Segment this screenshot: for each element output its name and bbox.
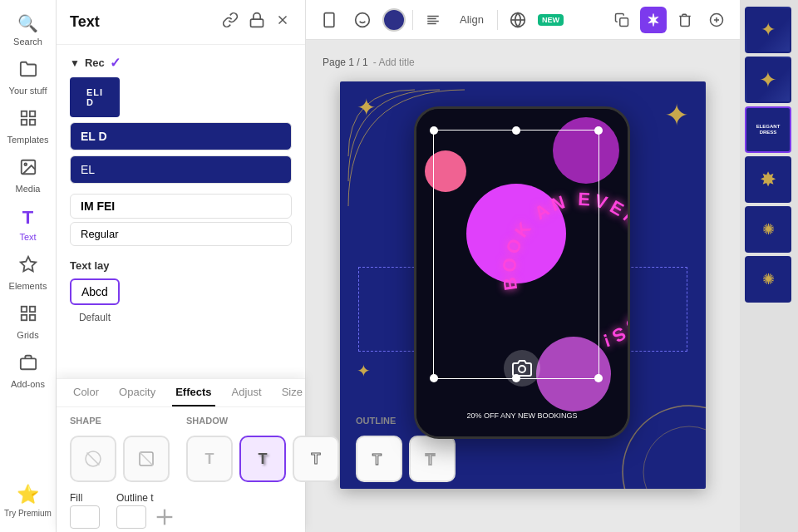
shape-alt-icon xyxy=(123,436,170,482)
sidebar-label-your-stuff: Your stuff xyxy=(9,86,47,96)
lock-icon-btn[interactable] xyxy=(247,10,267,34)
svg-rect-0 xyxy=(21,111,26,116)
outline-color-box[interactable] xyxy=(116,505,146,529)
sidebar-item-elements[interactable]: Elements xyxy=(0,249,57,298)
copy-btn[interactable] xyxy=(608,7,635,33)
shape-alt-option[interactable] xyxy=(123,436,170,482)
delete-btn[interactable] xyxy=(672,7,698,33)
shape-none-option[interactable] xyxy=(70,436,116,482)
page-number: Page 1 / 1 xyxy=(323,57,368,68)
logo-preview-1[interactable]: ELID xyxy=(70,77,120,117)
thumb-burst-icon: ✸ xyxy=(760,168,776,191)
text-panel-header: Text xyxy=(57,0,305,45)
regular-text: Regular xyxy=(81,228,119,240)
phone-canvas: BOOK AN EVENT WITH US! xyxy=(416,109,628,436)
sidebar-label-search: Search xyxy=(13,37,42,47)
sidebar-item-search[interactable]: 🔍 Search xyxy=(0,7,57,53)
tab-opacity[interactable]: Opacity xyxy=(116,379,159,406)
star-top-left: ✦ xyxy=(357,94,376,121)
sidebar-item-text[interactable]: T Text xyxy=(0,200,57,249)
elements-icon xyxy=(19,255,37,278)
outline-opt-2[interactable]: T xyxy=(409,436,456,482)
text-panel: Text ▼ Rec ✓ ELID EL D EL xyxy=(57,0,306,532)
text-layers-title: Text lay xyxy=(70,259,292,272)
thumb-5[interactable]: ✺ xyxy=(745,206,791,253)
sidebar-label-elements: Elements xyxy=(9,281,47,291)
chevron-down-icon: ▼ xyxy=(70,57,80,69)
align-button[interactable]: Align xyxy=(453,10,490,29)
sidebar-item-addons[interactable]: Add-ons xyxy=(0,347,57,396)
magic-btn[interactable] xyxy=(640,7,667,33)
svg-rect-9 xyxy=(21,315,26,320)
thumb-star-1: ✦ xyxy=(761,19,776,41)
thumb-elegant-text: ELEGANTDRESS xyxy=(755,122,782,137)
handle-tl xyxy=(430,126,438,135)
layer-box-default[interactable]: Abcd xyxy=(70,278,120,305)
phone-promo-text: 20% OFF ANY NEW BOOKINGS xyxy=(467,411,578,420)
sidebar-item-templates[interactable]: Templates xyxy=(0,102,57,151)
shadow-none-option[interactable]: T xyxy=(186,436,233,482)
outline-2-icon: T xyxy=(409,436,456,482)
search-icon: 🔍 xyxy=(17,13,38,33)
sidebar-item-premium[interactable]: ⭐ Try Premium xyxy=(0,477,57,525)
svg-point-39 xyxy=(643,426,706,489)
thumb-1[interactable]: ✦ xyxy=(745,7,791,53)
tab-effects[interactable]: Effects xyxy=(172,379,214,406)
regular-item[interactable]: Regular xyxy=(70,222,292,246)
mobile-preview-btn[interactable] xyxy=(316,7,342,33)
emoji-btn[interactable] xyxy=(349,7,376,33)
translation-btn[interactable] xyxy=(505,7,531,33)
outline-opt-1[interactable]: T xyxy=(356,436,402,482)
shadow-selected-icon: T xyxy=(239,436,286,482)
thumb-3[interactable]: ELEGANTDRESS xyxy=(745,106,791,153)
tab-color[interactable]: Color xyxy=(70,379,102,406)
add-title-btn[interactable]: - Add title xyxy=(373,57,415,68)
star-top-right: ✦ xyxy=(664,98,689,133)
shadow-selected-option[interactable]: T xyxy=(239,436,286,482)
close-panel-btn[interactable] xyxy=(273,11,292,33)
thumb-4[interactable]: ✸ xyxy=(745,156,791,203)
outline-1-icon: T xyxy=(356,436,402,482)
recent-section-header[interactable]: ▼ Rec ✓ xyxy=(57,45,305,77)
thumb-star-2: ✦ xyxy=(759,67,777,93)
logo-text-1: ELID xyxy=(86,87,103,107)
svg-text:BOOK AN EVENT WITH US!: BOOK AN EVENT WITH US! xyxy=(480,170,628,374)
sidebar-item-grids[interactable]: Grids xyxy=(0,298,57,347)
thumb-6[interactable]: ✺ xyxy=(745,256,791,303)
im-fei-item[interactable]: IM FEI xyxy=(70,194,292,219)
handle-tm xyxy=(512,126,520,135)
sidebar-label-templates: Templates xyxy=(7,135,48,145)
text-panel-icons xyxy=(220,10,292,34)
color-picker-btn[interactable] xyxy=(382,8,406,32)
svg-rect-12 xyxy=(251,19,264,27)
templates-icon xyxy=(19,109,37,131)
align-left-icon[interactable] xyxy=(420,7,446,33)
sidebar-item-media[interactable]: Media xyxy=(0,151,57,200)
svg-point-38 xyxy=(623,406,706,489)
outline-toggle-icon[interactable] xyxy=(153,505,176,529)
add-more-btn[interactable] xyxy=(703,7,730,33)
phone-camera-icon[interactable] xyxy=(504,350,540,387)
premium-icon: ⭐ xyxy=(17,484,39,505)
sidebar-label-premium: Try Premium xyxy=(4,509,52,519)
sidebar-item-your-stuff[interactable]: Your stuff xyxy=(0,53,57,102)
svg-point-25 xyxy=(356,12,370,27)
top-toolbar: Align NEW xyxy=(306,0,740,40)
font-preview-item-2[interactable]: EL xyxy=(70,155,292,184)
shadow-outline-icon: T xyxy=(293,436,339,482)
thumb-2[interactable]: ✦ xyxy=(745,57,791,103)
fill-color-box[interactable] xyxy=(70,505,100,529)
shadow-outline-option[interactable]: T xyxy=(293,436,339,482)
page-info: Page 1 / 1 - Add title xyxy=(323,57,415,68)
im-fei-text: IM FEI xyxy=(81,200,115,213)
svg-line-16 xyxy=(87,453,100,466)
font-preview-text-2: EL xyxy=(81,163,95,176)
toolbar-right xyxy=(608,7,730,33)
tab-size[interactable]: Size xyxy=(278,379,306,406)
svg-text:T: T xyxy=(372,451,382,468)
tab-adjust[interactable]: Adjust xyxy=(229,379,265,406)
link-icon-btn[interactable] xyxy=(220,10,240,34)
font-preview-item-1[interactable]: EL D xyxy=(70,122,292,150)
addons-icon xyxy=(19,353,37,376)
new-badge: NEW xyxy=(538,14,564,26)
